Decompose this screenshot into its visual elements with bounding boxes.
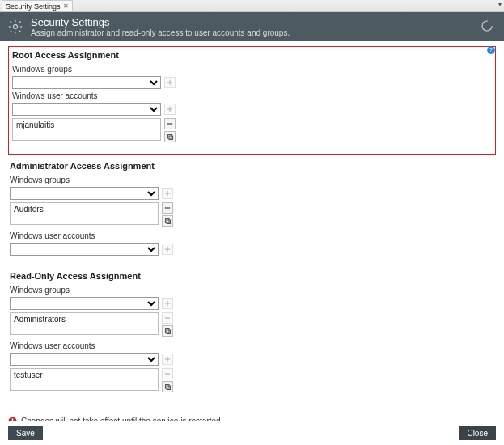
svg-rect-10 (165, 384, 169, 388)
readonly-groups-remove-button[interactable] (162, 312, 173, 324)
admin-groups-remove-button[interactable] (162, 202, 173, 214)
readonly-groups-copy-button[interactable] (162, 325, 173, 337)
admin-access-section: Administrator Access Assignment Windows … (8, 158, 496, 265)
readonly-users-combo[interactable] (10, 353, 159, 366)
readonly-users-label: Windows user accounts (10, 341, 494, 350)
readonly-users-remove-button[interactable] (162, 368, 173, 379)
svg-rect-8 (165, 328, 169, 333)
svg-rect-4 (167, 134, 172, 138)
svg-rect-6 (165, 218, 169, 222)
save-button[interactable]: Save (8, 426, 43, 440)
admin-groups-copy-button[interactable] (162, 215, 173, 227)
svg-rect-5 (169, 136, 173, 140)
root-users-add-button[interactable] (164, 104, 176, 115)
admin-groups-label: Windows groups (10, 176, 494, 184)
root-groups-combo[interactable] (12, 76, 161, 89)
admin-users-combo[interactable] (10, 243, 159, 256)
root-users-copy-button[interactable] (164, 131, 176, 142)
root-access-section: Root Access Assignment Windows groups Wi… (8, 46, 496, 155)
admin-groups-list[interactable]: Auditors (10, 202, 159, 225)
close-button[interactable]: Close (459, 426, 496, 440)
tab-dropdown-icon[interactable]: ▾ (498, 1, 502, 8)
gear-icon (6, 18, 24, 36)
svg-rect-7 (167, 220, 171, 224)
admin-groups-add-button[interactable] (162, 188, 173, 199)
root-users-remove-button[interactable] (164, 118, 176, 129)
admin-users-label: Windows user accounts (10, 231, 494, 240)
readonly-groups-combo[interactable] (10, 297, 159, 310)
root-users-combo[interactable] (12, 103, 161, 116)
root-section-title: Root Access Assignment (12, 50, 492, 60)
svg-text:?: ? (489, 47, 493, 53)
tab-security-settings[interactable]: Security Settings ✕ (2, 0, 73, 11)
readonly-groups-list[interactable]: Administrators (10, 312, 159, 335)
readonly-section-title: Read-Only Access Assignment (10, 271, 494, 281)
tab-label: Security Settings (6, 2, 61, 11)
admin-users-add-button[interactable] (162, 244, 173, 255)
svg-point-1 (482, 21, 492, 31)
help-icon[interactable]: ? (486, 45, 496, 55)
root-groups-add-button[interactable] (164, 77, 176, 88)
main-content: ? Root Access Assignment Windows groups … (0, 41, 504, 421)
readonly-users-add-button[interactable] (162, 354, 173, 365)
svg-rect-11 (167, 386, 171, 390)
readonly-access-section: Read-Only Access Assignment Windows grou… (8, 268, 496, 404)
tab-bar: Security Settings ✕ ▾ (0, 0, 504, 12)
close-tab-icon[interactable]: ✕ (63, 2, 69, 10)
svg-rect-9 (167, 330, 171, 334)
root-users-list[interactable]: mjanulaitis (12, 118, 161, 141)
svg-point-0 (14, 25, 18, 29)
root-groups-label: Windows groups (12, 65, 492, 74)
footer-bar: Save Close (0, 421, 504, 445)
readonly-groups-add-button[interactable] (162, 298, 173, 309)
readonly-groups-label: Windows groups (10, 286, 494, 295)
readonly-users-copy-button[interactable] (162, 381, 173, 392)
admin-groups-combo[interactable] (10, 187, 159, 200)
page-subtitle: Assign administrator and read-only acces… (31, 28, 290, 37)
loading-spinner-icon (480, 19, 494, 33)
admin-section-title: Administrator Access Assignment (10, 161, 494, 171)
root-users-label: Windows user accounts (12, 91, 492, 100)
page-header: Security Settings Assign administrator a… (0, 12, 504, 41)
page-title: Security Settings (31, 16, 290, 28)
readonly-users-list[interactable]: testuser (10, 368, 159, 391)
